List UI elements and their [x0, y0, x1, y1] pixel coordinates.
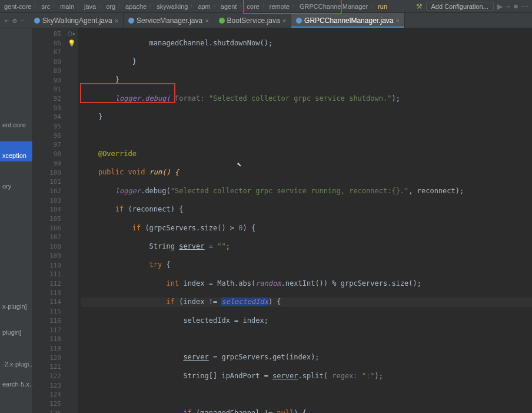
chevron-right-icon: 〉 — [189, 2, 196, 10]
crumb[interactable]: src — [39, 3, 52, 10]
tab-servicemanager[interactable]: ServiceManager.java × — [124, 13, 214, 28]
sidebar-item[interactable]: xception — [0, 141, 32, 161]
close-icon[interactable]: × — [115, 17, 118, 24]
tab-skywalkingagent[interactable]: SkyWalkingAgent.java × — [29, 13, 124, 28]
back-icon[interactable]: ← — [5, 16, 9, 25]
chevron-right-icon: 〉 — [52, 2, 58, 10]
run-gutter-icon[interactable]: ▸ — [72, 31, 75, 37]
close-icon[interactable]: × — [282, 17, 286, 24]
line-numbers-gutter: 8586878889909192939495969798991001011021… — [33, 28, 66, 413]
chevron-right-icon: 〉 — [238, 2, 245, 10]
intention-bulb-icon[interactable]: 💡 — [68, 39, 76, 47]
code-editor[interactable]: 8586878889909192939495969798991001011021… — [33, 28, 532, 413]
sidebar-item[interactable]: -2.x-plugi... — [0, 350, 32, 370]
crumb[interactable]: GRPCChannelManager — [298, 3, 370, 10]
tab-label: ServiceManager.java — [137, 16, 202, 25]
tab-label: GRPCChannelManager.java — [304, 16, 393, 25]
crumb[interactable]: apm — [196, 3, 212, 10]
crumb[interactable]: remote — [268, 3, 291, 10]
tab-label: SkyWalkingAgent.java — [42, 16, 112, 25]
gear-icon[interactable]: ⚙ — [12, 16, 16, 25]
sidebar-item[interactable]: ent.core — [0, 111, 32, 131]
gutter-icons: ⬡▸ 💡 — [66, 28, 78, 413]
tab-bootservice[interactable]: BootService.java × — [214, 13, 291, 28]
add-configuration-button[interactable]: Add Configuration... — [426, 2, 494, 11]
tab-label: BootService.java — [227, 16, 280, 25]
crumb[interactable]: main — [58, 3, 76, 10]
crumb[interactable]: gent-core — [2, 3, 33, 10]
chevron-right-icon: 〉 — [76, 2, 82, 10]
chevron-right-icon: 〉 — [261, 2, 268, 10]
sidebar-item[interactable]: x-plugin] — [0, 292, 32, 312]
stop-icon[interactable]: ■ — [514, 2, 518, 11]
close-icon[interactable]: × — [396, 17, 400, 24]
chevron-right-icon: 〉 — [212, 2, 219, 10]
crumb[interactable]: skywalking — [155, 3, 189, 10]
debug-icon[interactable]: ⌁ — [506, 2, 510, 11]
crumb[interactable]: java — [82, 3, 98, 10]
chevron-right-icon: 〉 — [148, 2, 155, 10]
build-icon[interactable]: ⚒ — [416, 2, 423, 11]
sidebar-item[interactable]: earch-5.x... — [0, 370, 32, 390]
run-icon[interactable]: ▶ — [497, 2, 503, 11]
sidebar-item[interactable]: ory — [0, 172, 32, 192]
interface-icon — [219, 18, 225, 24]
class-icon — [34, 18, 40, 24]
chevron-right-icon: 〉 — [370, 2, 376, 10]
breadcrumb: gent-core〉 src〉 main〉 java〉 org〉 apache〉… — [0, 2, 416, 10]
collapse-icon[interactable]: — — [20, 16, 24, 25]
chevron-right-icon: 〉 — [291, 2, 298, 10]
project-tool-sidebar[interactable]: ent.core xception ory x-plugin] plugin] … — [0, 28, 33, 413]
crumb-method[interactable]: run — [376, 3, 389, 10]
code-area[interactable]: managedChannel.shutdownNow(); } } logger… — [78, 28, 532, 413]
chevron-right-icon: 〉 — [33, 2, 39, 10]
crumb[interactable]: agent — [219, 3, 239, 10]
sidebar-item[interactable]: plugin] — [0, 318, 32, 338]
class-icon — [296, 18, 302, 24]
crumb[interactable]: org — [104, 3, 117, 10]
close-icon[interactable]: × — [205, 17, 208, 24]
chevron-right-icon: 〉 — [117, 2, 124, 10]
chevron-right-icon: 〉 — [98, 2, 104, 10]
tab-grpcchannelmanager[interactable]: GRPCChannelManager.java × — [291, 13, 405, 28]
crumb[interactable]: apache — [124, 3, 148, 10]
more-icon[interactable]: ⋯ — [521, 2, 528, 11]
class-icon — [128, 18, 134, 24]
crumb[interactable]: core — [245, 3, 261, 10]
